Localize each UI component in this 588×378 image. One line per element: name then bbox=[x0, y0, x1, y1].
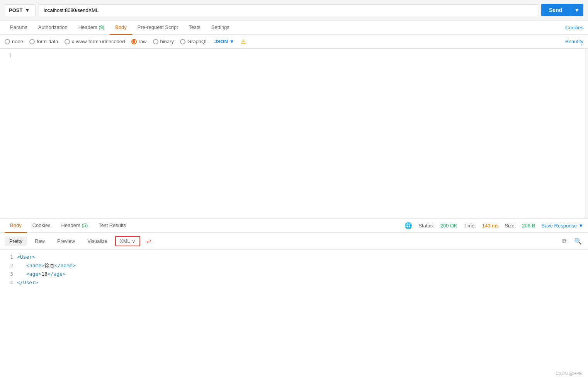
save-response-label: Save Response bbox=[541, 223, 577, 229]
radio-graphql[interactable]: GraphQL bbox=[180, 39, 208, 44]
response-tab-test-results[interactable]: Test Results bbox=[93, 219, 131, 233]
radio-x-www[interactable]: x-www-form-urlencoded bbox=[65, 39, 125, 44]
editor-area: 1 bbox=[0, 49, 588, 219]
resp-line-3: <age>18</age> bbox=[17, 270, 586, 278]
response-tabs-row: Body Cookies Headers (5) Test Results 🌐 … bbox=[0, 219, 588, 233]
response-tab-cookies[interactable]: Cookies bbox=[27, 219, 56, 233]
radio-label-raw: raw bbox=[139, 39, 147, 44]
beautify-button[interactable]: Beautify bbox=[565, 39, 583, 44]
response-lines: 1 2 3 4 <User> <name>徐杰</name> <age>18</… bbox=[2, 253, 586, 287]
radio-label-form-data: form-data bbox=[37, 39, 58, 44]
response-content: 1 2 3 4 <User> <name>徐杰</name> <age>18</… bbox=[0, 250, 588, 290]
editor-textarea[interactable] bbox=[15, 49, 588, 218]
xml-label: XML bbox=[120, 238, 130, 244]
copy-response-button[interactable]: ⧉ bbox=[561, 236, 568, 246]
response-line-numbers: 1 2 3 4 bbox=[2, 253, 17, 287]
send-dropdown-icon[interactable]: ▼ bbox=[570, 4, 583, 16]
json-format-dropdown[interactable]: JSON ▼ bbox=[214, 39, 234, 44]
radio-circle-raw bbox=[131, 39, 137, 44]
xml-dropdown-button[interactable]: XML ∨ bbox=[115, 236, 140, 246]
size-value: 208 B bbox=[522, 223, 535, 229]
radio-label-binary: binary bbox=[160, 39, 174, 44]
line-numbers: 1 bbox=[0, 49, 15, 218]
radio-label-x-www: x-www-form-urlencoded bbox=[72, 39, 125, 44]
response-right-icons: ⧉ 🔍 bbox=[561, 236, 583, 246]
format-preview[interactable]: Preview bbox=[53, 236, 80, 246]
radio-label-graphql: GraphQL bbox=[187, 39, 208, 44]
size-label: Size: bbox=[505, 223, 516, 229]
tab-tests[interactable]: Tests bbox=[184, 20, 206, 35]
tab-authorization[interactable]: Authorization bbox=[33, 20, 73, 35]
tab-headers[interactable]: Headers (9) bbox=[73, 20, 110, 35]
send-button[interactable]: Send ▼ bbox=[541, 4, 583, 16]
resp-line-num-2: 2 bbox=[5, 261, 13, 270]
radio-raw[interactable]: raw bbox=[131, 39, 147, 44]
time-label: Time: bbox=[464, 223, 476, 229]
warning-icon: ⚠ bbox=[241, 38, 246, 45]
method-dropdown-icon: ▼ bbox=[25, 7, 30, 13]
radio-circle-binary bbox=[153, 39, 158, 44]
body-type-row: none form-data x-www-form-urlencoded raw… bbox=[0, 35, 588, 49]
radio-circle-graphql bbox=[180, 39, 185, 44]
response-tab-headers[interactable]: Headers (5) bbox=[56, 219, 93, 233]
url-bar: POST ▼ Send ▼ bbox=[0, 0, 588, 20]
save-response-button[interactable]: Save Response ▼ bbox=[541, 223, 583, 229]
url-input[interactable] bbox=[39, 4, 538, 16]
tab-body[interactable]: Body bbox=[110, 20, 132, 35]
resp-line-num-4: 4 bbox=[5, 278, 13, 287]
response-format-row: Pretty Raw Preview Visualize XML ∨ ⇌ ⧉ 🔍 bbox=[0, 233, 588, 250]
radio-binary[interactable]: binary bbox=[153, 39, 174, 44]
request-tabs-row: Params Authorization Headers (9) Body Pr… bbox=[0, 20, 588, 35]
format-pretty[interactable]: Pretty bbox=[5, 236, 27, 246]
radio-circle-x-www bbox=[65, 39, 70, 44]
radio-circle-none bbox=[5, 39, 10, 44]
tab-params[interactable]: Params bbox=[5, 20, 33, 35]
scroll-indicator[interactable] bbox=[585, 49, 588, 218]
radio-circle-form-data bbox=[29, 39, 35, 44]
line-number-1: 1 bbox=[4, 52, 12, 60]
json-format-dropdown-icon: ▼ bbox=[229, 39, 235, 44]
resp-line-num-1: 1 bbox=[5, 253, 13, 261]
cookies-link[interactable]: Cookies bbox=[565, 25, 583, 31]
method-select[interactable]: POST ▼ bbox=[5, 4, 36, 16]
format-visualize[interactable]: Visualize bbox=[83, 236, 112, 246]
status-value: 200 OK bbox=[440, 223, 457, 229]
radio-label-none: none bbox=[12, 39, 23, 44]
resp-line-num-3: 3 bbox=[5, 270, 13, 278]
tab-settings[interactable]: Settings bbox=[206, 20, 235, 35]
tab-pre-request-script[interactable]: Pre-request Script bbox=[132, 20, 184, 35]
format-raw[interactable]: Raw bbox=[30, 236, 49, 246]
json-format-label: JSON bbox=[214, 39, 228, 44]
response-code: <User> <name>徐杰</name> <age>18</age> </U… bbox=[17, 253, 586, 287]
response-tab-body[interactable]: Body bbox=[5, 219, 27, 233]
send-label: Send bbox=[541, 4, 570, 16]
wrap-icon: ⇌ bbox=[146, 237, 151, 245]
search-response-button[interactable]: 🔍 bbox=[573, 236, 583, 246]
globe-icon: 🌐 bbox=[404, 222, 412, 229]
radio-form-data[interactable]: form-data bbox=[29, 39, 58, 44]
method-label: POST bbox=[9, 7, 22, 13]
response-status-area: 🌐 Status: 200 OK Time: 143 ms Size: 208 … bbox=[404, 222, 583, 229]
resp-line-4: </User> bbox=[17, 278, 586, 287]
xml-dropdown-icon: ∨ bbox=[132, 238, 136, 244]
wrap-button[interactable]: ⇌ bbox=[143, 236, 155, 246]
save-response-dropdown-icon: ▼ bbox=[578, 223, 583, 229]
radio-none[interactable]: none bbox=[5, 39, 23, 44]
time-value: 143 ms bbox=[482, 223, 499, 229]
resp-line-2: <name>徐杰</name> bbox=[17, 261, 586, 270]
status-label: Status: bbox=[418, 223, 434, 229]
resp-line-1: <User> bbox=[17, 253, 586, 261]
